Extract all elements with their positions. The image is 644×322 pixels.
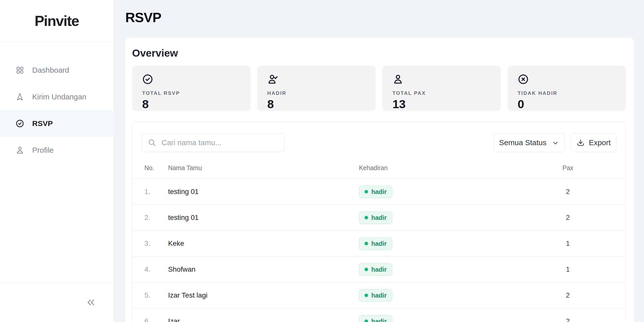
chevrons-left-icon [85,297,96,308]
status-badge: hadir [359,237,392,250]
status-badge-label: hadir [371,240,387,247]
app-root: Pinvite Dashboard Kirim Undangan RSVP Pr… [0,0,644,322]
status-filter-value: Semua Status [499,138,546,147]
sidebar-collapse-button[interactable] [84,295,98,309]
download-icon [577,139,584,146]
stat-label: TIDAK HADIR [518,90,626,96]
table-row: 2. testing 01 hadir 2 [132,205,626,231]
status-dot-icon [365,216,368,219]
stat-value: 8 [267,97,376,111]
status-badge-label: hadir [371,318,387,322]
row-number-cell: 2. [132,205,168,231]
column-header-no: No. [132,162,168,179]
export-button-label: Export [589,138,611,147]
sidebar-item-profile[interactable]: Profile [0,137,113,164]
sidebar-item-rsvp[interactable]: RSVP [0,110,113,137]
table-header-row: No. Nama Tamu Kehadiran Pax [132,162,626,179]
stat-card-tidak-hadir: TIDAK HADIR 0 [508,66,626,111]
user-icon [16,146,24,154]
row-number-cell: 4. [132,257,168,283]
pax-cell: 2 [510,179,626,205]
guest-table: No. Nama Tamu Kehadiran Pax 1. testing 0… [132,162,626,322]
guest-name-cell: testing 01 [168,205,359,231]
search-icon [148,139,156,147]
sidebar-item-label: RSVP [32,119,53,128]
logo-text: Pinvite [34,12,79,29]
overview-card: Overview TOTAL RSVP 8 HADIR 8 TOTAL PAX … [125,38,634,322]
guest-name-cell: Izar Test lagi [168,283,359,308]
status-badge-label: hadir [371,292,387,299]
sidebar-item-label: Profile [32,146,54,154]
guest-name-cell: testing 01 [168,179,359,205]
sidebar-item-label: Kirim Undangan [32,93,86,101]
logo: Pinvite [0,0,113,42]
pax-cell: 2 [510,205,626,231]
column-header-nama-tamu: Nama Tamu [168,162,359,179]
stat-value: 13 [392,97,501,111]
stat-value: 8 [142,97,251,111]
sidebar-item-kirim-undangan[interactable]: Kirim Undangan [0,84,113,110]
toolbar-actions: Semua Status Export [493,133,616,152]
table-row: 1. testing 01 hadir 2 [132,179,626,205]
status-dot-icon [365,319,368,322]
status-badge: hadir [359,186,392,198]
stat-label: HADIR [267,90,376,96]
user-icon [392,74,404,85]
table-row: 4. Shofwan hadir 1 [132,257,626,283]
status-dot-icon [365,190,368,193]
pax-cell: 2 [510,283,626,308]
overview-heading: Overview [132,47,626,59]
pax-cell: 2 [510,308,626,322]
status-badge-label: hadir [371,214,387,221]
table-row: 5. Izar Test lagi hadir 2 [132,283,626,308]
status-badge: hadir [359,289,392,302]
pax-cell: 1 [510,257,626,283]
stat-card-hadir: HADIR 8 [257,66,376,111]
status-badge: hadir [359,315,392,322]
stat-card-total-rsvp: TOTAL RSVP 8 [132,66,251,111]
sidebar-item-label: Dashboard [32,66,69,74]
table-toolbar: Semua Status Export [132,122,626,152]
status-badge-label: hadir [371,188,387,195]
guest-table-card: Semua Status Export No. [132,122,626,322]
status-badge: hadir [359,263,392,276]
page-title: RSVP [125,10,634,25]
status-dot-icon [365,242,368,245]
status-dot-icon [365,294,368,297]
stat-value: 0 [518,97,626,111]
status-dot-icon [365,268,368,271]
sidebar-nav: Dashboard Kirim Undangan RSVP Profile [0,57,113,164]
column-header-pax: Pax [510,162,626,179]
sidebar: Pinvite Dashboard Kirim Undangan RSVP Pr… [0,0,114,322]
circle-check-icon [16,119,24,128]
circle-x-icon [518,74,529,85]
stats-row: TOTAL RSVP 8 HADIR 8 TOTAL PAX 13 TIDAK … [132,66,626,111]
sidebar-item-dashboard[interactable]: Dashboard [0,57,113,84]
guest-name-cell: Keke [168,231,359,257]
row-number-cell: 1. [132,179,168,205]
main-content: RSVP Overview TOTAL RSVP 8 HADIR 8 TOTAL… [114,0,644,322]
stat-label: TOTAL RSVP [142,90,251,96]
stat-label: TOTAL PAX [392,90,501,96]
search-input[interactable] [162,138,278,147]
row-number-cell: 5. [132,283,168,308]
status-filter-dropdown[interactable]: Semua Status [493,133,565,152]
table-row: 6. Izar hadir 2 [132,308,626,322]
table-row: 3. Keke hadir 1 [132,231,626,257]
guest-name-cell: Izar [168,308,359,322]
grid-icon [16,66,24,74]
export-button[interactable]: Export [571,133,616,152]
chevron-down-icon [552,140,559,147]
row-number-cell: 6. [132,308,168,322]
stat-card-total-pax: TOTAL PAX 13 [382,66,501,111]
row-number-cell: 3. [132,231,168,257]
guest-name-cell: Shofwan [168,257,359,283]
user-check-icon [267,74,278,85]
send-icon [16,93,24,101]
pax-cell: 1 [510,231,626,257]
sidebar-footer [0,282,113,322]
guest-search [142,133,285,152]
status-badge-label: hadir [371,266,387,273]
circle-check-icon [142,74,153,85]
column-header-kehadiran: Kehadiran [359,162,510,179]
